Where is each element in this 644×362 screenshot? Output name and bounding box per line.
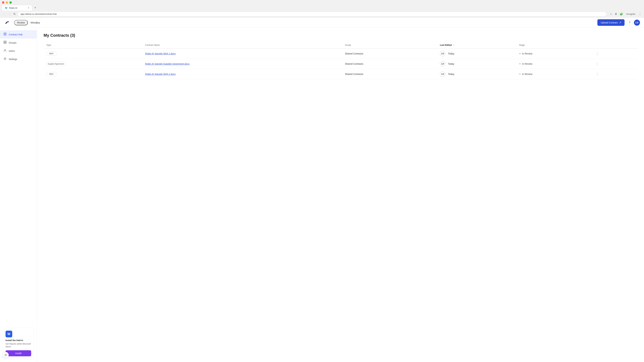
sidebar-item-groups[interactable]: Groups xyxy=(0,38,37,47)
address-bar: ← → ↻ app.robinai.co.uk/review/contract-… xyxy=(0,10,644,17)
table-header-row: Type Contract Name Group Last Edited ↑ S… xyxy=(44,42,637,48)
download-button[interactable]: ⬇ xyxy=(614,12,618,16)
upload-label: Upload Contract xyxy=(601,21,618,24)
contract-link-0[interactable]: Robin AI Sample NDA 1.docx xyxy=(145,52,176,55)
cell-stage-0: ✏ In Review xyxy=(516,48,592,59)
user-avatar-button[interactable]: LD xyxy=(634,19,640,26)
svg-rect-3 xyxy=(4,42,5,43)
type-badge-2: NDA xyxy=(46,72,56,76)
type-badge-0: NDA xyxy=(46,52,56,56)
user-avatar-0: LD xyxy=(440,51,445,56)
col-actions xyxy=(592,42,637,48)
svg-rect-2 xyxy=(5,41,6,42)
url-bar[interactable]: app.robinai.co.uk/review/contract-hub xyxy=(18,11,606,16)
reload-button[interactable]: ↻ xyxy=(13,12,16,16)
logo xyxy=(4,19,10,26)
cell-last-edited-0: LD Today xyxy=(437,48,516,59)
cell-name-0: Robin AI Sample NDA 1.docx xyxy=(142,48,342,59)
cell-last-edited-1: LD Today xyxy=(437,59,516,69)
table-row: NDA Robin AI Sample NDA 2.docx Shared Co… xyxy=(44,69,637,79)
upload-contract-button[interactable]: Upload Contract ↗ xyxy=(598,19,624,26)
svg-rect-1 xyxy=(4,41,5,42)
last-edited-date-0: Today xyxy=(448,52,454,55)
sidebar-label-contract-hub: Contract Hub xyxy=(9,33,22,36)
sidebar-label-users: Users xyxy=(9,50,15,52)
window-maximize-button[interactable] xyxy=(10,1,12,4)
stage-label-1: In Review xyxy=(522,62,532,65)
cell-type-0: NDA xyxy=(44,48,142,59)
type-badge-1: Supplier Agreement xyxy=(46,62,66,66)
col-group: Group xyxy=(342,42,437,48)
browser-chrome: 🐦 Robin AI ✕ + ← → ↻ app.robinai.co.uk/r… xyxy=(0,0,644,17)
sidebar-item-users[interactable]: Users xyxy=(0,47,37,55)
cell-more-1: ⋮ xyxy=(592,59,637,69)
cell-group-1: Shared Contracts xyxy=(342,59,437,69)
window-close-button[interactable] xyxy=(2,1,4,4)
upload-icon: ↗ xyxy=(619,21,621,24)
main-content: My Contracts (3) Type Contract Name Grou… xyxy=(37,28,644,362)
sidebar-item-settings[interactable]: Settings xyxy=(0,55,37,63)
table-row: Supplier Agreement Robin AI Sample Suppl… xyxy=(44,59,637,69)
cell-type-2: NDA xyxy=(44,69,142,79)
word-icon: W xyxy=(6,331,12,337)
cell-group-2: Shared Contracts xyxy=(342,69,437,79)
window-controls xyxy=(2,1,12,4)
window-minimize-button[interactable] xyxy=(6,1,8,4)
tab-close-button[interactable]: ✕ xyxy=(28,7,29,9)
more-options-button-2[interactable]: ⋮ xyxy=(594,71,600,77)
incognito-label: Incognito xyxy=(625,12,636,16)
more-options-button-1[interactable]: ⋮ xyxy=(594,61,600,66)
sort-arrow-icon: ↑ xyxy=(453,44,454,46)
more-options-button-0[interactable]: ⋮ xyxy=(594,51,600,56)
cell-group-0: Shared Contracts xyxy=(342,48,437,59)
logo-bird-icon xyxy=(4,19,10,26)
last-edited-date-1: Today xyxy=(448,62,454,65)
bookmark-button[interactable]: ☆ xyxy=(609,12,613,16)
sidebar-item-contract-hub[interactable]: Contract Hub xyxy=(0,30,37,38)
review-pill[interactable]: Review xyxy=(14,20,28,25)
pencil-icon-1: ✏ xyxy=(519,62,521,65)
addon-install-button[interactable]: Install xyxy=(6,350,31,356)
title-bar xyxy=(0,0,644,5)
col-type: Type xyxy=(44,42,142,48)
table-row: NDA Robin AI Sample NDA 1.docx Shared Co… xyxy=(44,48,637,59)
main-layout: Contract Hub Groups Users xyxy=(0,28,644,362)
contracts-table: Type Contract Name Group Last Edited ↑ S… xyxy=(44,42,637,79)
tab-title: Robin AI xyxy=(9,7,17,9)
pencil-icon-2: ✏ xyxy=(519,73,521,75)
bottom-gear-button[interactable] xyxy=(3,352,9,358)
url-text: app.robinai.co.uk/review/contract-hub xyxy=(20,13,604,15)
contract-hub-icon xyxy=(3,32,7,36)
svg-rect-4 xyxy=(5,42,6,43)
back-button[interactable]: ← xyxy=(2,12,6,16)
col-last-edited[interactable]: Last Edited ↑ xyxy=(437,42,516,48)
user-avatar-2: LD xyxy=(440,71,445,77)
sidebar-label-settings: Settings xyxy=(9,58,17,60)
stage-label-2: In Review xyxy=(522,73,532,75)
svg-point-6 xyxy=(4,58,6,59)
cell-stage-1: ✏ In Review xyxy=(516,59,592,69)
tab-bar: 🐦 Robin AI ✕ + xyxy=(0,5,644,10)
extensions-button[interactable]: 🧩 xyxy=(619,12,624,16)
help-icon: ? xyxy=(629,21,630,24)
user-avatar-1: LD xyxy=(440,61,445,66)
active-tab[interactable]: 🐦 Robin AI ✕ xyxy=(2,5,32,10)
groups-icon xyxy=(3,40,7,45)
addon-desc: Get Reports within Microsoft Word! xyxy=(6,343,31,348)
help-button[interactable]: ? xyxy=(626,19,632,26)
contract-link-1[interactable]: Robin AI Sample Supplier Agreement.docx xyxy=(145,62,190,65)
contract-link-2[interactable]: Robin AI Sample NDA 2.docx xyxy=(145,73,176,75)
menu-button[interactable]: ⋮ xyxy=(638,12,642,16)
col-stage: Stage xyxy=(516,42,592,48)
addon-title: Install the Add-in xyxy=(6,339,31,342)
forward-button[interactable]: → xyxy=(8,12,12,16)
stage-label-0: In Review xyxy=(522,52,532,55)
cell-more-2: ⋮ xyxy=(592,69,637,79)
cell-type-1: Supplier Agreement xyxy=(44,59,142,69)
cell-name-1: Robin AI Sample Supplier Agreement.docx xyxy=(142,59,342,69)
cell-stage-2: ✏ In Review xyxy=(516,69,592,79)
new-tab-button[interactable]: + xyxy=(33,5,38,10)
sidebar-label-groups: Groups xyxy=(9,41,16,44)
last-edited-date-2: Today xyxy=(448,73,454,75)
svg-point-7 xyxy=(5,355,6,355)
